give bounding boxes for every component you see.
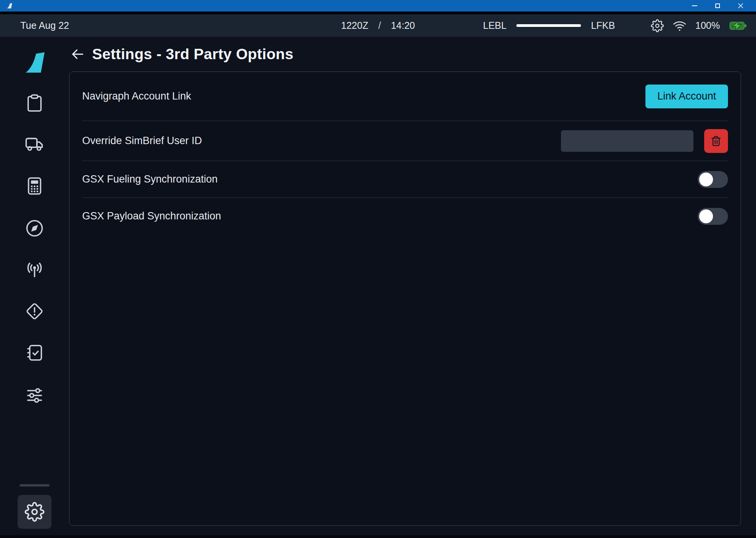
truck-icon [25, 135, 44, 154]
minimize-button[interactable] [690, 1, 699, 10]
minimize-icon [692, 5, 697, 6]
route-destination: LFKB [591, 20, 615, 31]
sliders-icon [25, 386, 44, 405]
settings-gear-icon [25, 502, 45, 522]
sidebar-item-warnings[interactable] [24, 301, 45, 322]
simbrief-label: Override SimBrief User ID [82, 135, 202, 147]
sidebar-divider [20, 484, 50, 487]
gsx-fueling-label: GSX Fueling Synchronization [82, 173, 218, 185]
compass-icon [25, 219, 44, 238]
simbrief-id-input[interactable] [561, 130, 693, 152]
sidebar-item-truck[interactable] [24, 134, 45, 155]
sidebar-item-calculator[interactable] [24, 176, 45, 196]
sidebar-item-settings[interactable] [18, 495, 51, 529]
settings-row-simbrief: Override SimBrief User ID [82, 121, 728, 161]
toggle-knob [699, 209, 713, 223]
close-button[interactable] [736, 1, 745, 10]
route-origin: LEBL [483, 20, 506, 31]
statusbar-date: Tue Aug 22 [20, 14, 69, 37]
statusbar-gear-icon[interactable] [651, 19, 664, 32]
navigraph-label: Navigraph Account Link [82, 90, 191, 102]
clear-simbrief-button[interactable] [704, 129, 728, 153]
close-icon [738, 3, 744, 9]
settings-row-gsx-payload: GSX Payload Synchronization [82, 198, 728, 234]
route-progress-bar [516, 24, 581, 27]
antenna-broadcast-icon [25, 261, 44, 280]
statusbar-local-time: 14:20 [391, 20, 415, 31]
settings-panel: Navigraph Account Link Link Account Over… [69, 71, 741, 526]
page-header: Settings - 3rd Party Options [69, 37, 741, 71]
sidebar-item-clipboard[interactable] [24, 93, 45, 113]
arrow-left-icon [70, 46, 85, 62]
trash-icon [710, 135, 722, 147]
warning-diamond-icon [25, 302, 44, 321]
gsx-payload-toggle[interactable] [698, 208, 728, 225]
settings-row-gsx-fueling: GSX Fueling Synchronization [82, 161, 728, 198]
settings-row-navigraph: Navigraph Account Link Link Account [82, 72, 728, 121]
efb-statusbar: Tue Aug 22 1220Z / 14:20 LEBL LFKB [0, 14, 756, 37]
fenix-logo-icon [23, 51, 46, 75]
titlebar-divider [0, 12, 756, 14]
gsx-payload-label: GSX Payload Synchronization [82, 210, 221, 222]
gsx-fueling-toggle[interactable] [698, 171, 728, 188]
sidebar-item-antenna[interactable] [24, 260, 45, 281]
checklist-notebook-icon [25, 343, 44, 362]
sidebar [0, 37, 69, 538]
battery-percent: 100% [695, 20, 720, 31]
app-window-icon [6, 2, 14, 9]
toggle-knob [699, 173, 713, 186]
battery-charging-icon [729, 20, 747, 31]
maximize-icon [715, 3, 720, 8]
sidebar-item-compass[interactable] [24, 218, 45, 239]
window-titlebar[interactable] [0, 0, 756, 12]
calculator-icon [25, 176, 44, 196]
statusbar-utc-time: 1220Z [341, 20, 368, 31]
sidebar-item-checklist[interactable] [24, 342, 45, 363]
statusbar-time-separator: / [378, 20, 381, 31]
page-title: Settings - 3rd Party Options [92, 46, 293, 63]
wifi-icon [673, 19, 686, 32]
back-button[interactable] [69, 46, 86, 63]
clipboard-icon [25, 93, 44, 113]
maximize-button[interactable] [713, 1, 722, 10]
window-bottom-edge [0, 535, 756, 538]
sidebar-item-options[interactable] [24, 385, 45, 406]
efb-app-window: Tue Aug 22 1220Z / 14:20 LEBL LFKB [0, 0, 756, 538]
link-account-button[interactable]: Link Account [645, 85, 728, 108]
